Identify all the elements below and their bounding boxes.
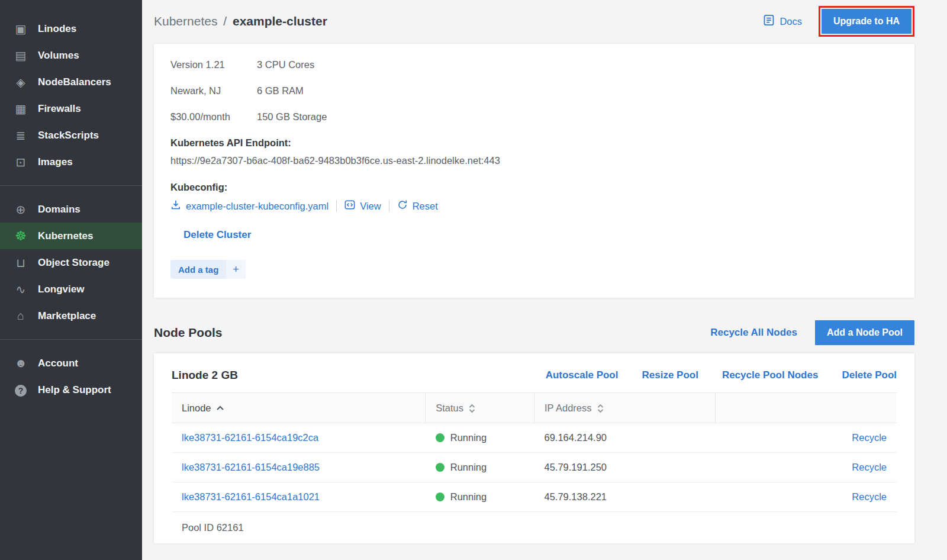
domains-icon: ⊕ [13, 202, 28, 217]
download-icon [170, 199, 181, 213]
kubeconfig-label: Kubeconfig: [170, 182, 898, 193]
cluster-summary-card: Version 1.213 CPU CoresNewark, NJ6 GB RA… [154, 44, 914, 298]
api-endpoint-value: https://9e2a7307-b6ac-408f-ba62-9483b0b3… [170, 155, 898, 166]
sidebar-item-help-support[interactable]: ?Help & Support [0, 376, 142, 403]
pool-head: Linode 2 GB Autoscale PoolResize PoolRec… [172, 369, 897, 382]
spec-left-value: $30.00/month [170, 111, 257, 123]
pool-id: Pool ID 62161 [172, 512, 897, 544]
sort-status-header[interactable]: Status [426, 393, 534, 423]
spec-left-value: Version 1.21 [170, 59, 257, 70]
api-endpoint-label: Kubernetes API Endpoint: [170, 137, 898, 149]
sidebar-item-firewalls[interactable]: ▦Firewalls [0, 95, 142, 122]
sidebar-item-domains[interactable]: ⊕Domains [0, 196, 142, 223]
sort-both-icon [597, 402, 604, 413]
status-text: Running [450, 462, 487, 472]
status-column-label: Status [436, 403, 463, 413]
autoscale-pool-link[interactable]: Autoscale Pool [546, 369, 619, 381]
status-running-dot [436, 463, 444, 472]
recycle-node-link[interactable]: Recycle [852, 462, 887, 472]
ip-column-label: IP Address [545, 403, 592, 413]
node-link[interactable]: lke38731-62161-6154ca19c2ca [182, 432, 318, 443]
sidebar-item-label: Images [38, 156, 73, 168]
sidebar-item-label: Longview [38, 284, 84, 295]
linodes-icon: ▣ [13, 22, 28, 36]
view-code-icon [344, 199, 355, 213]
kubeconfig-reset-link[interactable]: Reset [397, 199, 438, 213]
pool-footer-row: Pool ID 62161 [172, 512, 897, 544]
sidebar-divider [0, 185, 142, 186]
node-link[interactable]: lke38731-62161-6154ca1a1021 [182, 491, 320, 502]
kubeconfig-download-link[interactable]: example-cluster-kubeconfig.yaml [170, 199, 328, 213]
account-icon: ☻ [13, 356, 28, 370]
ip-address: 45.79.138.221 [534, 482, 716, 512]
sidebar: ▣Linodes▤Volumes◈NodeBalancers▦Firewalls… [0, 0, 142, 560]
kubeconfig-filename: example-cluster-kubeconfig.yaml [186, 201, 328, 212]
status-text: Running [450, 432, 487, 443]
help-icon: ? [13, 383, 28, 397]
sidebar-item-kubernetes[interactable]: ☸Kubernetes [0, 223, 142, 249]
sidebar-item-images[interactable]: ⊡Images [0, 149, 142, 175]
reset-icon [397, 199, 408, 213]
sidebar-item-label: Object Storage [38, 257, 109, 269]
divider [336, 200, 337, 212]
kubernetes-icon: ☸ [13, 228, 28, 244]
breadcrumb-cluster-name: example-cluster [233, 14, 327, 28]
sidebar-item-marketplace[interactable]: ⌂Marketplace [0, 302, 142, 329]
table-row: lke38731-62161-6154ca19c2caRunning69.164… [172, 423, 897, 453]
sidebar-item-label: Firewalls [38, 103, 81, 115]
main-content: Kubernetes / example-cluster Docs Upgrad… [142, 6, 947, 543]
recycle-node-link[interactable]: Recycle [852, 491, 887, 502]
breadcrumb-separator: / [223, 14, 227, 28]
table-row: lke38731-62161-6154ca1a1021Running45.79.… [172, 482, 897, 512]
resize-pool-link[interactable]: Resize Pool [642, 369, 698, 381]
linode-column-label: Linode [182, 403, 211, 413]
sidebar-item-account[interactable]: ☻Account [0, 350, 142, 376]
spec-row: Newark, NJ6 GB RAM [170, 85, 898, 96]
sidebar-divider [0, 339, 142, 340]
ip-address: 69.164.214.90 [534, 423, 716, 453]
node-pools-actions: Recycle All Nodes Add a Node Pool [710, 320, 914, 345]
docs-label: Docs [779, 16, 802, 27]
sidebar-item-stackscripts[interactable]: ≣StackScripts [0, 122, 142, 149]
sidebar-item-longview[interactable]: ∿Longview [0, 276, 142, 302]
sidebar-item-nodebalancers[interactable]: ◈NodeBalancers [0, 69, 142, 95]
sidebar-item-object-storage[interactable]: ⊔Object Storage [0, 249, 142, 276]
breadcrumb: Kubernetes / example-cluster [154, 14, 327, 28]
add-tag-button[interactable]: Add a tag + [170, 260, 246, 279]
recycle-pool-nodes-link[interactable]: Recycle Pool Nodes [722, 369, 819, 381]
status-running-dot [436, 433, 444, 442]
view-label: View [360, 201, 381, 212]
recycle-node-link[interactable]: Recycle [852, 432, 887, 443]
header-actions: Docs Upgrade to HA [763, 6, 914, 37]
plus-icon: + [226, 260, 246, 279]
spec-right-value: 150 GB Storage [257, 111, 327, 123]
recycle-all-nodes-link[interactable]: Recycle All Nodes [710, 327, 797, 339]
node-link[interactable]: lke38731-62161-6154ca19e885 [182, 462, 320, 472]
sidebar-item-volumes[interactable]: ▤Volumes [0, 42, 142, 69]
docs-link[interactable]: Docs [763, 14, 802, 28]
cluster-specs: Version 1.213 CPU CoresNewark, NJ6 GB RA… [170, 59, 898, 123]
sort-both-icon [468, 402, 476, 413]
kubeconfig-view-link[interactable]: View [344, 199, 381, 213]
object-storage-icon: ⊔ [13, 256, 28, 270]
spec-left-value: Newark, NJ [170, 85, 257, 96]
sidebar-item-label: NodeBalancers [38, 76, 111, 88]
sidebar-item-label: Help & Support [38, 384, 111, 396]
upgrade-to-ha-button[interactable]: Upgrade to HA [822, 9, 911, 34]
images-icon: ⊡ [13, 155, 28, 169]
pool-name: Linode 2 GB [172, 369, 238, 382]
delete-cluster-link[interactable]: Delete Cluster [183, 229, 251, 241]
node-table: Linode Status IP Address lke38731-62161-… [172, 392, 897, 543]
reset-label: Reset [413, 201, 438, 212]
actions-column-header [716, 393, 897, 423]
breadcrumb-kubernetes[interactable]: Kubernetes [154, 14, 217, 28]
sidebar-item-linodes[interactable]: ▣Linodes [0, 15, 142, 42]
sort-ip-header[interactable]: IP Address [534, 393, 716, 423]
status-text: Running [450, 491, 487, 502]
longview-icon: ∿ [13, 282, 28, 297]
divider [389, 200, 389, 212]
node-pools-header: Node Pools Recycle All Nodes Add a Node … [154, 320, 914, 345]
sort-linode-header[interactable]: Linode [172, 393, 426, 423]
delete-pool-link[interactable]: Delete Pool [842, 369, 897, 381]
add-node-pool-button[interactable]: Add a Node Pool [815, 320, 914, 345]
